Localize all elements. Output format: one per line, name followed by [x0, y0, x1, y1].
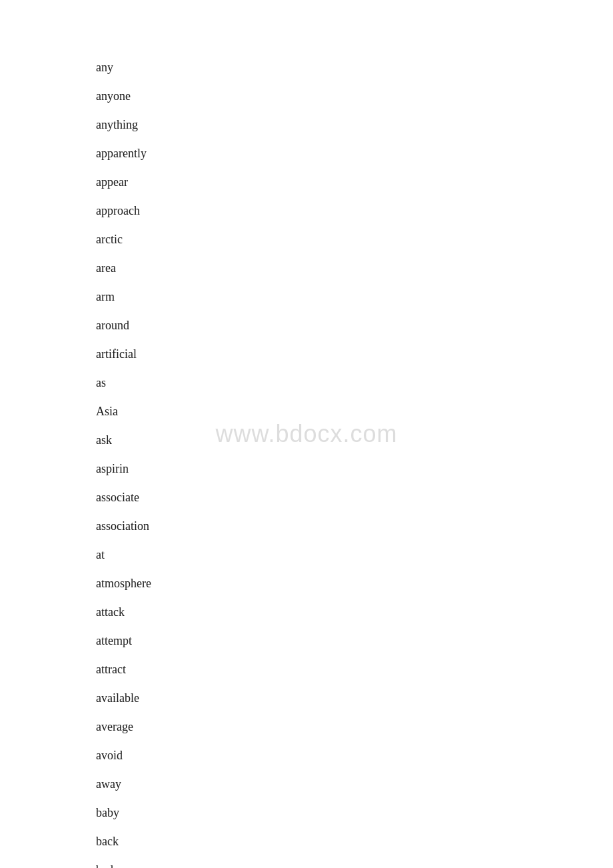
- list-item: artificial: [96, 340, 613, 369]
- list-item: association: [96, 512, 613, 541]
- list-item: avoid: [96, 741, 613, 770]
- list-item: attract: [96, 655, 613, 684]
- list-item: attempt: [96, 627, 613, 655]
- list-item: arctic: [96, 225, 613, 254]
- list-item: available: [96, 684, 613, 713]
- list-item: any: [96, 53, 613, 82]
- list-item: aspirin: [96, 455, 613, 483]
- list-item: bad: [96, 856, 613, 868]
- list-item: back: [96, 827, 613, 856]
- list-item: as: [96, 369, 613, 397]
- list-item: away: [96, 770, 613, 799]
- list-item: around: [96, 311, 613, 340]
- list-item: arm: [96, 283, 613, 311]
- list-item: baby: [96, 799, 613, 827]
- list-item: anything: [96, 111, 613, 139]
- list-item: approach: [96, 197, 613, 225]
- list-item: attack: [96, 598, 613, 627]
- list-item: appear: [96, 168, 613, 197]
- word-list: anyanyoneanythingapparentlyappearapproac…: [0, 0, 613, 868]
- list-item: associate: [96, 483, 613, 512]
- list-item: Asia: [96, 397, 613, 426]
- list-item: at: [96, 541, 613, 569]
- list-item: apparently: [96, 139, 613, 168]
- list-item: ask: [96, 426, 613, 455]
- list-item: average: [96, 713, 613, 741]
- list-item: atmosphere: [96, 569, 613, 598]
- list-item: anyone: [96, 82, 613, 111]
- list-item: area: [96, 254, 613, 283]
